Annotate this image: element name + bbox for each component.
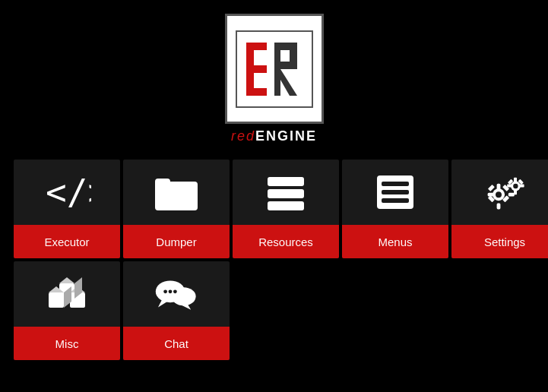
svg-rect-34 [514, 178, 517, 182]
svg-rect-15 [268, 177, 304, 186]
gear-icon [480, 168, 529, 217]
executor-button[interactable]: </> Executor [14, 160, 120, 258]
svg-rect-36 [507, 185, 512, 188]
svg-rect-19 [382, 182, 409, 186]
svg-point-33 [513, 184, 518, 188]
svg-rect-27 [508, 193, 515, 197]
misc-icon-area [14, 261, 120, 327]
menus-icon-area [342, 160, 448, 225]
resources-label: Resources [233, 225, 339, 258]
svg-rect-37 [519, 185, 524, 188]
logo-box [225, 14, 324, 124]
dumper-icon-area [123, 160, 230, 225]
svg-rect-25 [497, 203, 501, 209]
logo-text-red: red [231, 128, 255, 144]
grid-row-1: </> Executor Dumper [14, 160, 534, 258]
svg-rect-3 [246, 65, 269, 73]
chat-button[interactable]: Chat [123, 261, 230, 360]
folder-icon [152, 168, 201, 217]
svg-rect-10 [290, 43, 297, 69]
chat-label: Chat [123, 327, 230, 360]
svg-rect-14 [155, 179, 170, 188]
layers-icon [261, 168, 310, 217]
misc-button[interactable]: Misc [14, 261, 120, 360]
svg-rect-17 [268, 201, 304, 210]
svg-rect-5 [267, 43, 274, 96]
svg-point-23 [496, 191, 502, 198]
settings-label: Settings [451, 225, 548, 258]
settings-icon-area [451, 160, 548, 225]
menus-button[interactable]: Menus [342, 160, 448, 258]
menus-label: Menus [342, 225, 448, 258]
executor-label: Executor [14, 225, 120, 258]
menu-icon [371, 168, 420, 217]
resources-icon-area [233, 160, 339, 225]
logo-text: redENGINE [231, 128, 317, 144]
svg-point-52 [163, 289, 167, 293]
svg-rect-16 [268, 189, 304, 198]
logo-svg [233, 27, 316, 111]
svg-point-53 [169, 289, 173, 293]
resources-button[interactable]: Resources [233, 160, 339, 258]
svg-rect-20 [382, 190, 409, 194]
dumper-button[interactable]: Dumper [123, 160, 230, 258]
dumper-label: Dumper [123, 225, 230, 258]
grid-row-2: Misc Chat [14, 261, 534, 360]
code-icon: </> [43, 168, 91, 217]
svg-rect-24 [497, 184, 501, 190]
executor-icon-area: </> [14, 160, 120, 225]
grid-container: </> Executor Dumper [0, 160, 548, 360]
svg-marker-44 [59, 277, 74, 283]
svg-marker-49 [158, 300, 168, 308]
svg-point-54 [173, 289, 177, 293]
chat-icon-area [123, 261, 230, 327]
logo-text-white: ENGINE [255, 128, 317, 144]
svg-rect-21 [382, 198, 409, 203]
chat-icon [152, 270, 201, 318]
logo-area: redENGINE [225, 14, 324, 144]
misc-label: Misc [14, 327, 120, 360]
svg-text:</>: </> [46, 172, 91, 213]
svg-rect-35 [514, 190, 517, 194]
boxes-icon [43, 270, 91, 318]
svg-rect-28 [488, 185, 495, 191]
settings-button[interactable]: Settings [451, 160, 548, 258]
